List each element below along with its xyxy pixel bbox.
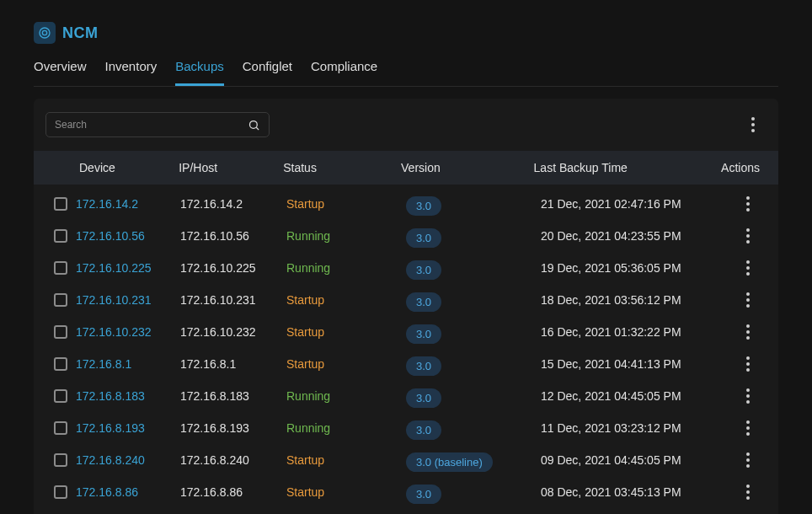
device-link[interactable]: 172.16.8.86 <box>76 485 138 499</box>
row-menu-button[interactable] <box>741 289 755 311</box>
row-menu-button[interactable] <box>741 225 755 247</box>
search-box[interactable] <box>45 112 270 137</box>
row-menu-button[interactable] <box>741 193 755 215</box>
actions-cell <box>731 481 760 503</box>
tab-overview[interactable]: Overview <box>34 59 87 86</box>
ip-cell: 172.16.8.86 <box>180 485 286 499</box>
actions-cell <box>731 449 760 471</box>
version-badge[interactable]: 3.0 <box>406 228 441 248</box>
status-cell: Running <box>286 261 406 275</box>
status-cell: Startup <box>286 325 406 339</box>
ip-cell: 172.16.10.225 <box>180 261 286 275</box>
search-icon <box>248 119 260 131</box>
version-badge[interactable]: 3.0 <box>406 260 441 280</box>
version-cell: 3.0 <box>406 192 541 216</box>
version-cell: 3.0 <box>406 480 541 504</box>
version-badge[interactable]: 3.0 (baseline) <box>406 452 493 472</box>
ip-cell: 172.16.8.193 <box>180 421 286 435</box>
actions-cell <box>731 257 760 279</box>
version-cell: 3.0 <box>406 352 541 376</box>
row-checkbox[interactable] <box>54 293 67 307</box>
device-link[interactable]: 172.16.10.56 <box>76 229 145 243</box>
version-badge[interactable]: 3.0 <box>406 388 441 408</box>
backup-time-cell: 19 Dec, 2021 05:36:05 PM <box>541 261 731 275</box>
tab-configlet[interactable]: Configlet <box>243 59 292 86</box>
actions-cell <box>731 385 760 407</box>
status-cell: Startup <box>286 197 406 211</box>
version-cell: 3.0 <box>406 224 541 248</box>
device-link[interactable]: 172.16.8.240 <box>76 453 145 467</box>
row-checkbox[interactable] <box>54 357 67 371</box>
table-row: 172.16.8.240172.16.8.240Startup3.0 (base… <box>34 444 778 476</box>
ip-cell: 172.16.10.231 <box>180 293 286 307</box>
tab-inventory[interactable]: Inventory <box>105 59 158 86</box>
table-body: 172.16.14.2172.16.14.2Startup3.021 Dec, … <box>34 185 778 508</box>
device-link[interactable]: 172.16.10.225 <box>76 261 152 275</box>
device-link[interactable]: 172.16.10.232 <box>76 325 152 339</box>
actions-cell <box>731 225 760 247</box>
col-header-status: Status <box>283 161 401 174</box>
ip-cell: 172.16.8.1 <box>180 357 286 371</box>
version-cell: 3.0 <box>406 256 541 280</box>
table-row: 172.16.10.232172.16.10.232Startup3.016 D… <box>34 316 778 348</box>
row-checkbox[interactable] <box>54 229 67 243</box>
svg-point-0 <box>42 30 46 35</box>
version-badge[interactable]: 3.0 <box>406 420 441 440</box>
tab-compliance[interactable]: Compliance <box>311 59 377 86</box>
device-link[interactable]: 172.16.8.193 <box>76 421 145 435</box>
table-row: 172.16.14.2172.16.14.2Startup3.021 Dec, … <box>34 188 778 220</box>
status-cell: Running <box>286 229 406 243</box>
panel-menu-button[interactable] <box>746 114 760 136</box>
row-menu-button[interactable] <box>741 417 755 439</box>
row-checkbox[interactable] <box>54 261 67 275</box>
backup-panel: Device IP/Host Status Version Last Backu… <box>34 99 778 514</box>
ip-cell: 172.16.10.56 <box>180 229 286 243</box>
row-menu-button[interactable] <box>741 449 755 471</box>
status-cell: Running <box>286 421 406 435</box>
version-badge[interactable]: 3.0 <box>406 292 441 312</box>
row-menu-button[interactable] <box>741 321 755 343</box>
backup-time-cell: 21 Dec, 2021 02:47:16 PM <box>541 197 731 211</box>
row-checkbox[interactable] <box>54 389 67 403</box>
version-cell: 3.0 <box>406 384 541 408</box>
table-row: 172.16.10.225172.16.10.225Running3.019 D… <box>34 252 778 284</box>
table-row: 172.16.8.1172.16.8.1Startup3.015 Dec, 20… <box>34 348 778 380</box>
backup-time-cell: 12 Dec, 2021 04:45:05 PM <box>541 389 731 403</box>
row-menu-button[interactable] <box>741 257 755 279</box>
toolbar <box>34 99 778 151</box>
status-cell: Startup <box>286 357 406 371</box>
col-header-actions: Actions <box>721 161 760 174</box>
brand-text: NCM <box>62 24 99 42</box>
col-header-version: Version <box>401 161 534 174</box>
ip-cell: 172.16.8.183 <box>180 389 286 403</box>
row-menu-button[interactable] <box>741 385 755 407</box>
version-cell: 3.0 <box>406 320 541 344</box>
row-checkbox[interactable] <box>54 453 67 467</box>
col-header-device: Device <box>54 161 179 174</box>
row-menu-button[interactable] <box>741 481 755 503</box>
row-checkbox[interactable] <box>54 197 67 211</box>
row-checkbox[interactable] <box>54 485 67 499</box>
version-cell: 3.0 <box>406 416 541 440</box>
row-checkbox[interactable] <box>54 325 67 339</box>
version-badge[interactable]: 3.0 <box>406 196 441 216</box>
version-badge[interactable]: 3.0 <box>406 356 441 376</box>
version-cell: 3.0 <box>406 288 541 312</box>
device-link[interactable]: 172.16.14.2 <box>76 197 138 211</box>
brand-icon <box>34 22 56 44</box>
version-badge[interactable]: 3.0 <box>406 324 441 344</box>
row-menu-button[interactable] <box>741 353 755 375</box>
search-input[interactable] <box>55 119 248 131</box>
table-row: 172.16.10.56172.16.10.56Running3.020 Dec… <box>34 220 778 252</box>
device-link[interactable]: 172.16.8.1 <box>76 357 131 371</box>
device-link[interactable]: 172.16.10.231 <box>76 293 152 307</box>
row-checkbox[interactable] <box>54 421 67 435</box>
table-row: 172.16.10.231172.16.10.231Startup3.018 D… <box>34 284 778 316</box>
table-row: 172.16.8.183172.16.8.183Running3.012 Dec… <box>34 380 778 412</box>
device-link[interactable]: 172.16.8.183 <box>76 389 145 403</box>
version-badge[interactable]: 3.0 <box>406 485 441 504</box>
status-cell: Startup <box>286 485 406 499</box>
svg-line-3 <box>256 127 259 130</box>
tab-backups[interactable]: Backups <box>175 59 224 86</box>
col-header-ip: IP/Host <box>179 161 283 174</box>
